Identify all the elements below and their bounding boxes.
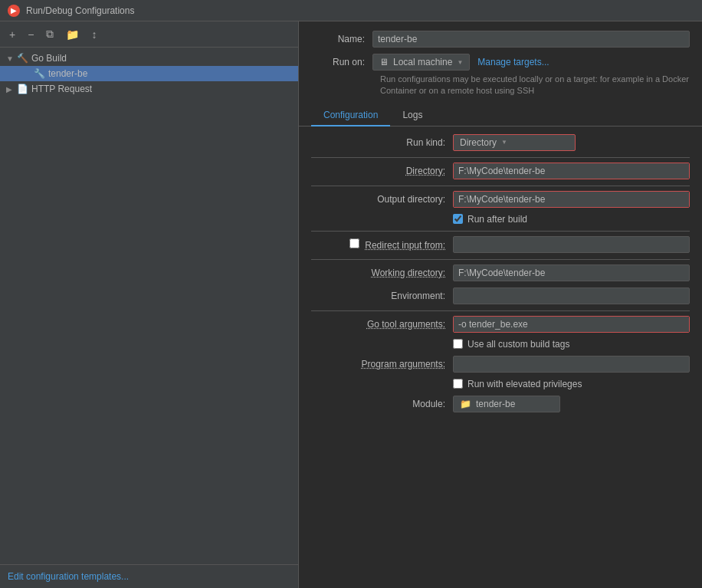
- program-args-label: Program arguments:: [311, 359, 453, 370]
- edit-templates-link[interactable]: Edit configuration templates...: [8, 571, 129, 582]
- output-directory-outline: [453, 191, 690, 208]
- config-content: Run kind: Directory ▼ Directory: Output …: [299, 126, 702, 588]
- separator-2: [311, 186, 690, 186]
- separator-5: [311, 310, 690, 311]
- tab-configuration[interactable]: Configuration: [311, 105, 390, 126]
- module-row: Module: 📁 tender-be: [311, 396, 690, 412]
- run-after-build-text: Run after build: [467, 214, 527, 225]
- module-dropdown[interactable]: 📁 tender-be: [453, 396, 560, 412]
- environment-input[interactable]: [453, 287, 690, 304]
- environment-row: Environment:: [311, 287, 690, 304]
- output-directory-row: Output directory:: [311, 191, 690, 208]
- run-after-build-label[interactable]: Run after build: [453, 214, 527, 225]
- run-kind-row: Run kind: Directory ▼: [311, 134, 690, 151]
- custom-build-tags-label[interactable]: Use all custom build tags: [453, 339, 569, 350]
- working-directory-input[interactable]: [453, 264, 690, 281]
- expand-icon-http: ▶: [6, 85, 17, 94]
- remove-button[interactable]: −: [25, 27, 37, 42]
- dropdown-arrow: ▼: [457, 59, 463, 66]
- go-build-label: Go Build: [31, 53, 67, 64]
- working-directory-row: Working directory:: [311, 264, 690, 281]
- expand-icon: ▼: [6, 54, 17, 63]
- separator-4: [311, 259, 690, 260]
- run-kind-label: Run kind:: [311, 137, 453, 148]
- tree-item-tender-be[interactable]: 🔧 tender-be: [0, 66, 298, 81]
- go-tool-args-row: Go tool arguments:: [311, 316, 690, 333]
- http-request-label: HTTP Request: [31, 84, 92, 94]
- elevated-privileges-checkbox[interactable]: [453, 379, 463, 389]
- tree-item-go-build[interactable]: ▼ 🔨 Go Build: [0, 51, 298, 66]
- run-kind-arrow: ▼: [501, 139, 507, 146]
- elevated-privileges-row: Run with elevated privileges: [311, 379, 690, 389]
- right-panel: Name: Run on: 🖥 Local machine ▼ Manage t…: [299, 21, 702, 588]
- run-after-build-row: Run after build: [311, 214, 690, 225]
- bottom-link[interactable]: Edit configuration templates...: [0, 564, 298, 588]
- output-directory-label: Output directory:: [311, 194, 453, 205]
- redirect-label: Redirect input from:: [311, 238, 453, 251]
- run-on-label: Run on:: [311, 57, 372, 67]
- tender-be-label: tender-be: [48, 68, 87, 79]
- go-tool-args-input[interactable]: [454, 317, 689, 332]
- directory-row: Directory:: [311, 163, 690, 179]
- separator-3: [311, 231, 690, 232]
- form-section: Name: Run on: 🖥 Local machine ▼ Manage t…: [299, 21, 702, 105]
- separator-1: [311, 157, 690, 158]
- module-label: Module:: [311, 399, 453, 409]
- go-tool-args-label: Go tool arguments:: [311, 319, 453, 330]
- http-icon: 📄: [17, 84, 28, 94]
- add-button[interactable]: +: [6, 27, 18, 42]
- output-directory-input[interactable]: [454, 192, 689, 207]
- elevated-privileges-text: Run with elevated privileges: [467, 379, 582, 389]
- module-value: tender-be: [476, 399, 515, 409]
- name-input[interactable]: [372, 31, 690, 48]
- tree: ▼ 🔨 Go Build 🔧 tender-be ▶ 📄 HTTP Reques…: [0, 48, 298, 564]
- folder-button[interactable]: 📁: [63, 27, 82, 42]
- environment-label: Environment:: [311, 291, 453, 301]
- local-machine-dropdown[interactable]: 🖥 Local machine ▼: [372, 54, 470, 71]
- name-row: Name:: [311, 31, 690, 48]
- manage-targets-link[interactable]: Manage targets...: [477, 57, 549, 67]
- redirect-row: Redirect input from:: [311, 236, 690, 253]
- directory-label: Directory:: [311, 166, 453, 176]
- machine-label: Local machine: [393, 57, 452, 67]
- custom-build-tags-text: Use all custom build tags: [467, 339, 569, 350]
- title-bar-text: Run/Debug Configurations: [26, 5, 134, 16]
- run-kind-dropdown[interactable]: Directory ▼: [453, 134, 576, 151]
- directory-field-outline: [453, 163, 690, 179]
- run-after-build-checkbox[interactable]: [453, 214, 463, 224]
- custom-build-tags-checkbox[interactable]: [453, 339, 463, 349]
- name-label: Name:: [311, 34, 372, 44]
- go-tool-args-outline: [453, 316, 690, 333]
- copy-button[interactable]: ⧉: [43, 26, 57, 42]
- title-bar: ▶ Run/Debug Configurations: [0, 0, 702, 21]
- info-text: Run configurations may be executed local…: [380, 74, 690, 97]
- run-kind-value: Directory: [460, 137, 497, 148]
- redirect-input[interactable]: [453, 236, 690, 253]
- go-build-icon: 🔨: [17, 53, 28, 64]
- machine-icon: 🖥: [379, 57, 389, 67]
- working-directory-label: Working directory:: [311, 268, 453, 278]
- tree-item-http-request[interactable]: ▶ 📄 HTTP Request: [0, 81, 298, 97]
- sort-button[interactable]: ↕: [88, 27, 100, 42]
- directory-input[interactable]: [454, 163, 689, 179]
- program-args-input[interactable]: [453, 356, 690, 373]
- elevated-privileges-label[interactable]: Run with elevated privileges: [453, 379, 582, 389]
- toolbar: + − ⧉ 📁 ↕: [0, 21, 298, 48]
- main-layout: + − ⧉ 📁 ↕ ▼ 🔨 Go Build 🔧 tender-be ▶ 📄: [0, 21, 702, 588]
- tab-logs[interactable]: Logs: [390, 105, 435, 126]
- left-panel: + − ⧉ 📁 ↕ ▼ 🔨 Go Build 🔧 tender-be ▶ 📄: [0, 21, 299, 588]
- redirect-checkbox[interactable]: [349, 238, 359, 248]
- module-folder-icon: 📁: [460, 399, 471, 409]
- tabs: Configuration Logs: [299, 105, 702, 126]
- program-args-row: Program arguments:: [311, 356, 690, 373]
- app-icon: ▶: [8, 5, 20, 17]
- custom-build-tags-row: Use all custom build tags: [311, 339, 690, 350]
- run-on-row: Run on: 🖥 Local machine ▼ Manage targets…: [311, 54, 690, 71]
- config-icon: 🔧: [34, 68, 45, 79]
